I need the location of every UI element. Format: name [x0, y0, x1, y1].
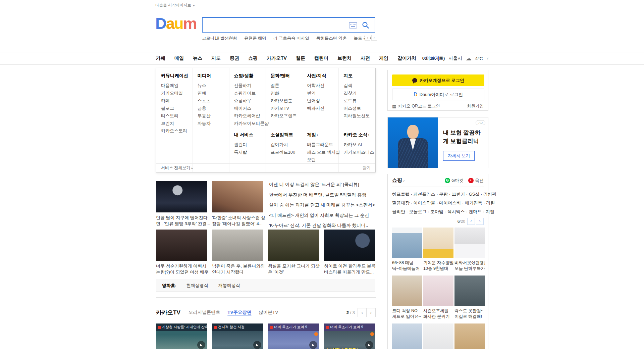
- article-thumbnail[interactable]: [156, 230, 207, 261]
- product-card[interactable]: [423, 323, 453, 349]
- menu-item[interactable]: 금융: [198, 105, 229, 112]
- menu-item[interactable]: 카카오 AI: [343, 141, 375, 149]
- keyword-line[interactable]: 뮬리안 · 모놀로그 · 조아맘 · 젝시믹스 · 캔마트 · 지젤: [392, 207, 484, 216]
- tab-original-content[interactable]: 오리지널콘텐츠: [189, 309, 220, 315]
- headline-link[interactable]: 한국에서 부진한 더 배트맨, 글로벌 5억달러 흥행: [269, 192, 376, 198]
- nav-item-together[interactable]: 같이가치: [397, 55, 416, 61]
- menu-item[interactable]: 스포츠: [198, 97, 229, 105]
- menu-item[interactable]: 멜론: [271, 82, 302, 90]
- article-caption[interactable]: 너무 청순가련하게 예뻐서논란(?)이 되었던 여성 배우: [156, 263, 210, 275]
- product-card[interactable]: [392, 323, 422, 349]
- menu-item[interactable]: 블로그: [161, 105, 193, 112]
- nav-item-calendar[interactable]: 캘린더: [314, 55, 328, 61]
- nav-item-stock[interactable]: 증권: [230, 55, 239, 61]
- video-card[interactable]: 너의 목소리가 보여 9 본인럽 설치하는 제 3의 천.. ▶: [268, 323, 319, 349]
- menu-item[interactable]: 뉴스: [198, 82, 229, 90]
- menu-item[interactable]: 백과사전: [307, 105, 338, 112]
- tab-most-watched[interactable]: 많이본TV: [259, 309, 278, 315]
- menu-section-title-kakao-news[interactable]: 카카오 소식›: [343, 132, 375, 138]
- menu-item[interactable]: 메이커스: [234, 105, 266, 112]
- tab-tv-highlights[interactable]: TV주요장면: [227, 309, 251, 315]
- product-card[interactable]: 66~88 데님딱~마음에들어: [392, 228, 422, 271]
- nav-item-dictionary[interactable]: 사전: [361, 55, 370, 61]
- menu-section-title-game[interactable]: 게임›: [307, 132, 338, 138]
- shopping-title-link[interactable]: 쇼핑›: [392, 177, 405, 184]
- video-card[interactable]: 전지적 참견 시점 살포시 ▶: [212, 323, 263, 349]
- menu-item[interactable]: 버스정보: [343, 105, 375, 112]
- menu-item[interactable]: 카카오헤어샵: [234, 112, 266, 120]
- search-input[interactable]: [206, 19, 343, 31]
- auction-link[interactable]: A.옥션: [468, 178, 484, 184]
- nav-item-game[interactable]: 게임: [379, 55, 388, 61]
- ad-cta-button[interactable]: 자세히 보기: [443, 151, 475, 161]
- menu-item[interactable]: 오딘: [307, 156, 338, 164]
- menu-item[interactable]: 로드뷰: [343, 97, 375, 105]
- product-card[interactable]: 락스도 못한걸~이걸로 해결해!: [454, 276, 485, 319]
- nav-item-mail[interactable]: 메일: [174, 55, 184, 61]
- coming-soon-tab[interactable]: 개봉예정작: [218, 283, 240, 289]
- trending-next-button[interactable]: ›: [371, 35, 377, 41]
- menu-item[interactable]: 카카오비즈니스: [343, 149, 375, 156]
- product-card[interactable]: 귀여운 자수양말10종 9천원대: [423, 228, 453, 271]
- trending-item[interactable]: 러 극초음속 미사일: [273, 36, 309, 41]
- article-thumbnail[interactable]: [212, 181, 263, 212]
- menu-item[interactable]: 쇼핑하우: [234, 97, 266, 105]
- kakao-tv-title[interactable]: 카카오TV: [156, 309, 180, 316]
- article-caption[interactable]: 히어로 이전 할리우드 블록버스터를 떠올리게 만드...: [324, 263, 378, 275]
- signup-link[interactable]: 회원가입: [467, 103, 484, 109]
- menu-item[interactable]: 카카오메일: [161, 90, 193, 97]
- all-services-link[interactable]: 서비스 전체보기 ▸: [161, 165, 193, 170]
- nav-item-map[interactable]: 지도: [211, 55, 221, 61]
- menu-item[interactable]: 지하철노선도: [343, 112, 375, 120]
- video-card[interactable]: 너의 목소리가 보여 9 ★서울대 사기캐즈★ 학교빈내 반형빈의 후배? ▶: [324, 323, 375, 349]
- menu-item[interactable]: 카카오이모티콘샵: [234, 120, 266, 128]
- set-start-page-link[interactable]: 다음을 시작페이지로 ▸: [155, 3, 195, 8]
- video-card[interactable]: 기상청 사람들: 사내연애 잔혹사 나 이제 어떡해 ▶: [156, 323, 207, 349]
- trending-prev-button[interactable]: ‹: [365, 35, 370, 41]
- nav-item-brunch[interactable]: 브런치: [337, 55, 352, 61]
- menu-item[interactable]: 연예: [198, 90, 229, 97]
- menu-item[interactable]: 영화: [271, 90, 302, 97]
- nav-item-webtoon[interactable]: 웹툰: [296, 55, 305, 61]
- article-caption[interactable]: 인공 달이 지구에 떨어진다면.. '인류 멸망 3부작' 완결...: [156, 215, 210, 227]
- nav-item-news[interactable]: 뉴스: [193, 55, 202, 61]
- menu-item[interactable]: 같이가치: [271, 141, 302, 149]
- article-caption[interactable]: 남편이 죽은 후, 불륜녀와의연대가 시작됐다: [212, 263, 266, 275]
- keyword-line[interactable]: 깔끔대장 · 아이스탁몰 · 마이더스비 · 매거진톡 · 리린: [392, 199, 484, 207]
- menu-item[interactable]: 티스토리: [161, 112, 193, 120]
- headline-link[interactable]: <더 배트맨> 개인의 업이 사회로 확장되는 그 순간: [269, 212, 376, 218]
- menu-item[interactable]: 카페: [161, 97, 193, 105]
- keyboard-icon[interactable]: [349, 22, 357, 30]
- nav-item-shopping[interactable]: 쇼핑: [248, 55, 258, 61]
- menu-item[interactable]: 부동산: [198, 112, 229, 120]
- chevron-down-icon[interactable]: ∨: [486, 57, 489, 60]
- trending-item[interactable]: 유현준 해명: [244, 36, 266, 41]
- menu-item[interactable]: 프로젝트100: [271, 149, 302, 156]
- trending-item[interactable]: 톰히들스턴 약혼: [316, 36, 347, 41]
- menu-item[interactable]: 톡서랍: [234, 149, 266, 156]
- menu-item[interactable]: 어학사전: [307, 82, 338, 90]
- ad-image[interactable]: [388, 117, 438, 168]
- headline-link[interactable]: 이젠 더 이상 뜨겁지 않은 '뜨거운 피' [쿡리뷰]: [269, 182, 376, 188]
- article-thumbnail[interactable]: [268, 230, 319, 261]
- article-thumbnail[interactable]: [156, 181, 207, 212]
- article-caption[interactable]: '다한증' 소녀의 사랑스런 성장담 '태어나길 잘했어' 4...: [212, 215, 266, 227]
- article-caption[interactable]: 왕실을 포기한 그녀가 되찾은 '이것': [268, 263, 322, 275]
- article-thumbnail[interactable]: [324, 230, 375, 261]
- menu-item[interactable]: 자동차: [198, 120, 229, 128]
- kakao-login-button[interactable]: 카카오계정으로 로그인: [392, 74, 484, 86]
- keyword-line[interactable]: 하프클럽 · 패션플러스 · 쿠팡 · 11번가 · GS샵 · 리빙픽: [392, 190, 484, 199]
- movie-home-link[interactable]: 영화홈›: [162, 283, 176, 289]
- headline-link[interactable]: 'K-누아르' 신작, 기존 건달 영화와 다를까 했더니..: [269, 222, 376, 229]
- weather-location[interactable]: 서울시: [448, 55, 462, 61]
- gmarket-link[interactable]: GG마켓: [445, 178, 464, 184]
- menu-item[interactable]: 브런치: [161, 120, 193, 128]
- now-playing-tab[interactable]: 현재상영작: [186, 283, 208, 289]
- menu-item[interactable]: 번역: [307, 90, 338, 97]
- product-card[interactable]: 시즌오프세일화사한 분위기: [423, 276, 453, 319]
- kakao-tv-prev-button[interactable]: ‹: [358, 308, 367, 317]
- close-menu-button[interactable]: 닫기: [363, 164, 371, 172]
- menu-item[interactable]: 단어장: [307, 97, 338, 105]
- shopping-next-button[interactable]: ›: [476, 218, 484, 225]
- menu-item[interactable]: 캘린더: [234, 141, 266, 149]
